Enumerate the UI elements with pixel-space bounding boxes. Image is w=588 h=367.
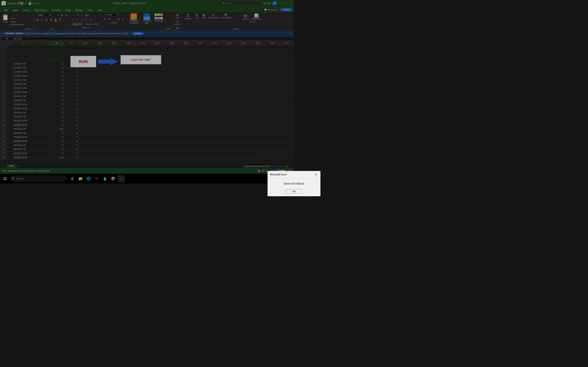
dialog-body: Done in 62.95313s OK <box>268 178 294 184</box>
dialog-title: Microsoft Excel <box>270 173 287 176</box>
excel-dialog: Microsoft Excel ✕ Done in 62.95313s OK <box>268 171 294 184</box>
dialog-title-bar: Microsoft Excel ✕ <box>268 171 294 178</box>
dialog-overlay: Microsoft Excel ✕ Done in 62.95313s OK <box>0 0 294 184</box>
dialog-message: Done in 62.95313s <box>270 182 294 184</box>
